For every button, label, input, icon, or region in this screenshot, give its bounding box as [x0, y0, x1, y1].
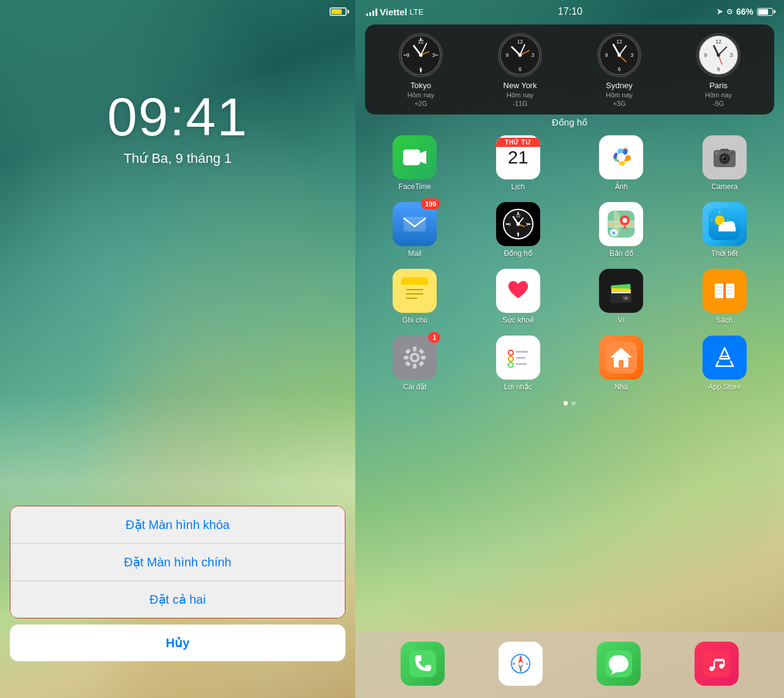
health-label: Sức khoẻ [502, 316, 534, 325]
maps-icon: N [599, 202, 643, 246]
app-camera[interactable]: Camera [676, 135, 774, 191]
dock-safari[interactable]: N E S W [499, 642, 543, 686]
dock-music[interactable] [695, 642, 739, 686]
analog-clock-sydney: 12 3 6 9 [597, 33, 641, 77]
svg-point-111 [412, 355, 417, 360]
clock-paris: 12 3 6 9 Paris Hôm nay -5G [696, 33, 741, 107]
svg-point-12 [419, 53, 423, 57]
app-clock[interactable]: 12 3 6 9 Đồng hồ [470, 202, 567, 258]
mail-icon: 199 [393, 202, 437, 246]
app-mail[interactable]: 199 Mail [366, 202, 464, 258]
svg-text:12: 12 [516, 214, 521, 218]
svg-point-30 [617, 53, 621, 57]
set-home-screen-button[interactable]: Đặt Màn hình chính [10, 544, 345, 581]
app-notes[interactable]: Ghi chú [366, 269, 464, 325]
signal-bar-2 [369, 12, 371, 16]
clock-sydney: 12 3 6 9 Sydney Hôm nay +3G [597, 33, 641, 107]
app-settings[interactable]: 1 Cài đặt [366, 336, 464, 391]
svg-text:12: 12 [616, 39, 622, 45]
svg-point-98 [625, 297, 627, 299]
svg-text:3: 3 [432, 52, 435, 58]
home-screen: Viettel LTE 17:10 ➤ ⊙ 66% [355, 0, 784, 698]
clock-newyork: 12 3 6 9 New York Hôm nay -11G [498, 33, 542, 107]
svg-text:3: 3 [630, 52, 633, 58]
svg-text:6: 6 [519, 66, 522, 72]
app-wallet[interactable]: Ví [573, 269, 670, 325]
home-label: Nhà [614, 383, 628, 391]
app-weather[interactable]: Thời tiết [676, 202, 774, 258]
signal-bars [366, 7, 377, 16]
svg-rect-131 [709, 342, 741, 373]
dock-phone[interactable] [401, 642, 445, 686]
clock-sydney-label: Sydney [606, 81, 632, 90]
svg-rect-126 [516, 363, 527, 365]
home-app-icon [599, 336, 643, 380]
notes-label: Ghi chú [402, 316, 428, 325]
music-icon [695, 642, 739, 686]
svg-text:6: 6 [717, 66, 720, 72]
app-facetime[interactable]: FaceTime [366, 135, 464, 191]
cancel-button[interactable]: Hủy [10, 625, 345, 661]
photos-icon [599, 135, 643, 179]
app-reminders[interactable]: Lời nhắc [470, 336, 567, 391]
calendar-label: Lịch [511, 182, 525, 191]
carrier-name: Viettel [380, 7, 407, 17]
action-sheet: Đặt Màn hình khóa Đặt Màn hình chính Đặt… [10, 506, 345, 618]
svg-text:N: N [519, 655, 522, 659]
svg-rect-102 [723, 282, 726, 299]
app-health[interactable]: Sức khoẻ [470, 269, 567, 325]
battery-fill [758, 9, 768, 15]
app-calendar[interactable]: THỨ TƯ 21 Lịch [470, 135, 567, 191]
app-appstore[interactable]: App Store [676, 336, 774, 391]
svg-text:3: 3 [526, 222, 528, 227]
dock: N E S W [355, 632, 784, 698]
settings-icon: 1 [393, 336, 437, 380]
app-photos[interactable]: Ảnh [573, 135, 670, 191]
reminders-icon [496, 336, 540, 380]
svg-rect-130 [619, 360, 624, 367]
signal-bar-1 [366, 13, 368, 16]
svg-marker-41 [420, 151, 426, 164]
svg-text:N: N [612, 231, 616, 235]
svg-rect-100 [715, 283, 724, 298]
calendar-day: 21 [508, 148, 528, 167]
app-maps[interactable]: N Bản đồ [573, 202, 670, 258]
svg-text:12: 12 [418, 39, 424, 45]
svg-text:9: 9 [704, 52, 707, 58]
calendar-icon: THỨ TƯ 21 [496, 135, 540, 179]
wallet-icon [599, 269, 643, 313]
svg-rect-115 [421, 356, 426, 359]
battery-icon [757, 8, 773, 16]
svg-point-66 [516, 222, 520, 226]
clock-app-icon: 12 3 6 9 [496, 202, 540, 246]
app-grid: FaceTime THỨ TƯ 21 Lịch [355, 135, 784, 391]
svg-point-39 [717, 53, 720, 57]
status-left: Viettel LTE [366, 7, 424, 17]
books-label: Sách [716, 316, 733, 325]
svg-rect-112 [413, 347, 417, 351]
set-both-button[interactable]: Đặt cả hai [10, 581, 345, 618]
svg-text:W: W [513, 662, 516, 666]
app-home[interactable]: Nhà [573, 336, 670, 391]
clock-widget[interactable]: 12 3 6 9 Tokyo Hôm nay +2G [365, 24, 774, 114]
set-lock-screen-button[interactable]: Đặt Màn hình khóa [10, 506, 345, 544]
svg-text:3: 3 [531, 52, 534, 58]
page-dots [355, 401, 784, 405]
safari-icon: N E S W [499, 642, 543, 686]
svg-rect-124 [516, 357, 526, 359]
dock-messages[interactable] [597, 642, 641, 686]
network-type: LTE [410, 7, 424, 17]
app-books[interactable]: Sách [676, 269, 774, 325]
weather-icon [703, 202, 747, 246]
svg-text:3: 3 [729, 52, 733, 58]
settings-label: Cài đặt [403, 383, 426, 391]
clock-label: Đồng hồ [504, 249, 532, 258]
clock-tokyo-offset: +2G [414, 100, 427, 107]
lock-battery-icon [330, 7, 347, 16]
svg-text:9: 9 [506, 52, 509, 58]
appstore-icon [703, 336, 747, 380]
svg-text:9: 9 [508, 222, 511, 227]
clock-newyork-offset: -11G [513, 100, 527, 107]
page-dot-2 [571, 401, 576, 405]
analog-clock-newyork: 12 3 6 9 [498, 33, 542, 77]
